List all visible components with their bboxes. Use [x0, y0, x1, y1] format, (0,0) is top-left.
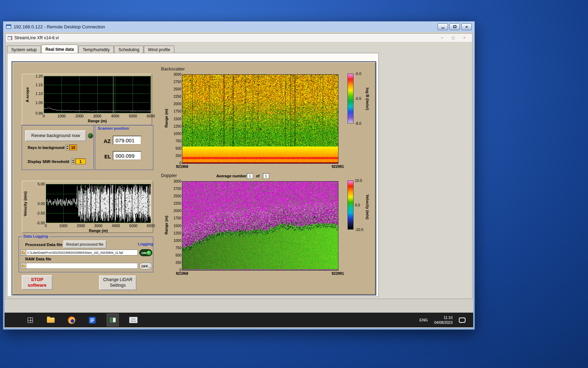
file-explorer-button[interactable]	[45, 314, 57, 326]
tick-label: 921968	[176, 271, 188, 275]
tab-scheduling[interactable]: Scheduling	[114, 46, 143, 53]
of-label: of	[256, 174, 259, 178]
tick-label: -5.0	[355, 71, 361, 76]
backscatter-colorbar-label: log B (/m/sr)	[365, 76, 370, 122]
data-logging-title: Data Logging	[22, 234, 49, 238]
snr-threshold-label: Display SNR threshold	[28, 159, 69, 164]
time-text: 11:10	[434, 315, 453, 320]
tick-label: 500	[175, 146, 181, 150]
folder-icon	[22, 265, 25, 267]
change-lidar-settings-button[interactable]: Change LiDAR Settings	[99, 275, 136, 290]
velocity-x-ticks: 0100020003000400050006000	[46, 224, 151, 228]
tick-label: 2750	[174, 187, 181, 191]
blue-app-button[interactable]	[86, 314, 98, 326]
raw-path-field[interactable]	[26, 263, 138, 269]
rays-in-background-field[interactable]: 10	[69, 144, 77, 150]
rdp-maximize-button[interactable]	[449, 23, 460, 30]
clock[interactable]: 11:10 04/08/2023	[434, 315, 453, 325]
raw-data-file-label: RAW Data file	[25, 257, 51, 262]
rdp-close-button[interactable]: ×	[461, 23, 472, 30]
tab-real-time-data[interactable]: Real time data	[41, 45, 78, 53]
decrement-icon[interactable]	[72, 162, 74, 163]
tick-label: -2.50	[36, 211, 45, 215]
elevation-field[interactable]: 000.099	[113, 151, 141, 160]
language-indicator[interactable]: ENG	[420, 318, 428, 322]
tick-label: 2500	[174, 194, 181, 198]
streamline-taskbar-button[interactable]	[107, 314, 119, 326]
active-window-icon	[110, 318, 116, 322]
tick-label: 250	[175, 260, 181, 264]
start-button[interactable]	[24, 314, 36, 326]
increment-icon[interactable]	[72, 159, 74, 161]
background-led	[88, 133, 93, 139]
tick-label: 5000	[129, 114, 137, 118]
velocity-x-axis-label: Range (m)	[46, 229, 151, 233]
tick-label: 1250	[174, 231, 181, 235]
app-minimize-button[interactable]: −	[436, 34, 448, 42]
tick-label: 5.00	[38, 182, 45, 186]
backscatter-y-axis-label: Range (m)	[164, 95, 168, 141]
doppler-y-ticks: 3000275025002250200017501500125010007505…	[170, 181, 181, 270]
tab-wind-profile[interactable]: Wind profile	[144, 46, 174, 53]
firefox-icon	[68, 316, 75, 324]
rdp-titlebar[interactable]: 192.168.0.122 - Remote Desktop Connectio…	[3, 21, 475, 32]
tick-label: 1750	[174, 109, 181, 113]
average-total-field[interactable]: 1	[263, 173, 269, 179]
doppler-x-ticks: 921968922991	[182, 271, 338, 275]
stop-software-button[interactable]: STOP software	[22, 275, 52, 290]
processed-path-control: C:\Lidar\Data\Proc\2023\202308\20230804\…	[20, 250, 138, 255]
tick-label: 0.99	[36, 111, 43, 115]
raw-logging-switch[interactable]: OFF	[139, 263, 152, 270]
tick-label: 750	[175, 139, 181, 143]
app-titlebar[interactable]: StreamLine XR v14-6.vi − □ ×	[6, 34, 472, 42]
tick-label: 2000	[174, 209, 181, 213]
ascope-graph: A-scope 1.201.151.101.050.99 01000200030…	[22, 74, 152, 125]
rays-spinner[interactable]	[65, 144, 69, 150]
snr-spinner[interactable]	[71, 158, 75, 164]
rdp-window: 192.168.0.122 - Remote Desktop Connectio…	[3, 21, 475, 330]
background-controls-group: Renew background now Rays in background …	[22, 125, 94, 170]
increment-icon[interactable]	[66, 145, 68, 147]
average-number-label: Average number	[216, 174, 246, 178]
processed-data-file-label: Processed Data file	[25, 243, 62, 247]
decrement-icon[interactable]	[66, 148, 68, 149]
snr-threshold-field[interactable]: 1	[75, 158, 86, 164]
scan-scheduler-button[interactable]: Scan Sched	[127, 314, 139, 326]
average-number-field[interactable]: 1	[247, 173, 253, 179]
scan-scheduler-icon: Scan Sched	[129, 317, 138, 323]
app-maximize-button[interactable]: □	[448, 34, 459, 42]
tick-label: 1500	[174, 117, 181, 121]
tick-label: 6000	[147, 114, 155, 118]
backscatter-title: Backscatter	[161, 66, 185, 71]
tab-temp-humidity[interactable]: Temp/humidity	[78, 46, 114, 53]
tick-label: 921968	[176, 164, 188, 169]
doppler-colorbar-label: Velocity (m/s)	[365, 184, 370, 230]
tick-label: 1.05	[36, 101, 43, 105]
tick-label: 2500	[174, 87, 181, 91]
tick-label: 0	[43, 114, 45, 118]
azimuth-field[interactable]: 079.001	[113, 136, 141, 145]
remote-desktop-icon	[6, 25, 11, 29]
scanner-position-group: Scanner position AZ 079.001 EL 000.099	[95, 125, 153, 170]
notification-icon[interactable]	[459, 318, 465, 323]
renew-background-button[interactable]: Renew background now	[25, 130, 86, 141]
tick-label: 1750	[174, 216, 181, 220]
tick-label: 750	[175, 246, 181, 250]
real-time-data-page: A-scope 1.201.151.101.050.99 01000200030…	[7, 53, 379, 297]
app-window-title: StreamLine XR v14-6.vi	[14, 35, 59, 40]
restart-processed-file-button[interactable]: Restart processed file	[63, 240, 106, 248]
tab-system-setup[interactable]: System setup	[7, 46, 41, 53]
rdp-minimize-button[interactable]	[438, 23, 448, 30]
doppler-y-axis-label: Range (m)	[164, 202, 168, 248]
app-close-button[interactable]: ×	[459, 34, 470, 42]
firefox-button[interactable]	[65, 314, 77, 326]
browse-folder-icon[interactable]	[20, 263, 26, 269]
tick-label: 1500	[174, 224, 181, 227]
processed-path-field[interactable]: C:\Lidar\Data\Proc\2023\202308\20230804\…	[26, 250, 138, 255]
tick-label: 250	[175, 154, 181, 157]
ascope-x-axis-label: Range (m)	[44, 119, 151, 123]
velocity-y-ticks: 5.000.00-2.50-5.00	[30, 184, 45, 223]
browse-folder-icon[interactable]	[20, 250, 26, 255]
processed-logging-switch[interactable]: ON	[139, 249, 152, 256]
backscatter-x-ticks: 921968922991	[182, 164, 338, 169]
